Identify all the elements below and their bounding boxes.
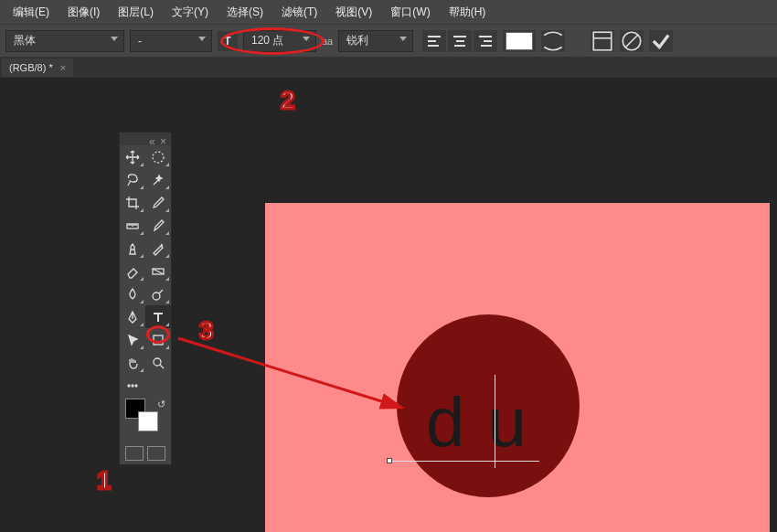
align-center-button[interactable]: [448, 30, 472, 52]
gradient-tool[interactable]: [145, 260, 171, 282]
svg-rect-0: [594, 32, 612, 50]
menu-help[interactable]: 帮助(H): [440, 1, 495, 24]
document-tab[interactable]: (RGB/8) * ×: [2, 59, 73, 77]
chevron-down-icon: [198, 37, 206, 41]
quick-mask-row: [120, 442, 171, 464]
crop-tool[interactable]: [120, 191, 145, 214]
lasso-tool[interactable]: [120, 168, 145, 191]
screen-mode-button[interactable]: [147, 446, 165, 461]
brush-tool[interactable]: [145, 214, 171, 237]
cancel-button[interactable]: [620, 30, 644, 52]
history-brush-tool[interactable]: [145, 237, 171, 260]
font-style-select[interactable]: -: [130, 30, 212, 52]
menu-window[interactable]: 窗口(W): [381, 1, 439, 24]
antialias-select[interactable]: 锐利: [338, 30, 413, 52]
text-handle[interactable]: [387, 458, 392, 463]
font-family-select[interactable]: 黑体: [5, 30, 124, 52]
work-area: « ×: [0, 79, 777, 532]
menu-edit[interactable]: 编辑(E): [4, 1, 59, 24]
tools-panel: « ×: [119, 132, 172, 465]
standard-mode-button[interactable]: [125, 446, 144, 461]
cancel-icon: [620, 29, 644, 53]
menu-layer[interactable]: 图层(L): [109, 1, 163, 24]
annotation-1: 1: [97, 466, 112, 495]
menu-bar: 编辑(E) 图像(I) 图层(L) 文字(Y) 选择(S) 滤镜(T) 视图(V…: [0, 0, 777, 24]
close-icon[interactable]: ×: [60, 62, 66, 73]
annotation-3: 3: [199, 316, 214, 346]
panel-icon: [591, 29, 614, 53]
tools-panel-header: « ×: [120, 133, 171, 145]
chevron-down-icon: [111, 37, 118, 41]
chevron-down-icon: [399, 37, 407, 41]
move-tool[interactable]: [120, 145, 145, 168]
swap-colors-icon[interactable]: ↺: [157, 399, 165, 410]
text-color-button[interactable]: [503, 30, 536, 52]
marquee-tool[interactable]: [145, 145, 171, 168]
pen-tool[interactable]: [120, 305, 145, 328]
shape-tool[interactable]: [145, 328, 171, 351]
warp-text-button[interactable]: [541, 30, 565, 52]
svg-point-11: [132, 385, 133, 387]
document-tab-bar: (RGB/8) * ×: [0, 57, 777, 79]
svg-point-9: [154, 358, 161, 366]
path-select-tool[interactable]: [120, 328, 145, 351]
panel-toggle-button[interactable]: [591, 30, 614, 52]
warp-icon: [541, 29, 565, 53]
close-icon[interactable]: ×: [160, 135, 167, 143]
edit-toolbar[interactable]: [145, 374, 171, 397]
font-family-value: 黑体: [14, 33, 36, 48]
font-style-value: -: [138, 35, 142, 48]
zoom-tool[interactable]: [145, 351, 171, 374]
magic-wand-tool[interactable]: [145, 168, 171, 191]
text-size-icon: T: [218, 31, 238, 51]
check-icon: [649, 29, 673, 53]
menu-filter[interactable]: 滤镜(T): [272, 1, 326, 24]
menu-image[interactable]: 图像(I): [59, 1, 109, 24]
svg-point-4: [153, 152, 164, 163]
commit-button[interactable]: [649, 30, 673, 52]
color-swatch: [506, 32, 533, 50]
dodge-tool[interactable]: [145, 282, 171, 305]
hand-tool[interactable]: [120, 351, 145, 374]
background-color[interactable]: [138, 411, 158, 431]
align-group: [422, 30, 497, 52]
svg-point-7: [153, 293, 160, 300]
svg-point-10: [128, 385, 130, 387]
svg-point-12: [135, 385, 137, 387]
menu-select[interactable]: 选择(S): [218, 1, 272, 24]
tab-title: (RGB/8) *: [9, 62, 53, 73]
menu-view[interactable]: 视图(V): [326, 1, 381, 24]
font-size-value: 120 点: [251, 33, 283, 48]
font-size-select[interactable]: 120 点: [243, 30, 316, 52]
more-tool[interactable]: [120, 374, 145, 397]
text-baseline: [389, 461, 539, 462]
menu-type[interactable]: 文字(Y): [163, 1, 218, 24]
ruler-tool[interactable]: [120, 214, 145, 237]
chevron-down-icon: [303, 37, 310, 41]
eraser-tool[interactable]: [120, 260, 145, 282]
color-swatches: ↺: [120, 397, 171, 442]
text-layer[interactable]: d u: [426, 382, 528, 462]
svg-line-3: [626, 35, 638, 47]
blur-tool[interactable]: [120, 282, 145, 305]
antialias-value: 锐利: [346, 33, 368, 48]
eyedropper-tool[interactable]: [145, 191, 171, 214]
collapse-icon[interactable]: «: [149, 135, 156, 143]
align-right-button[interactable]: [474, 30, 497, 52]
antialias-label: aa: [322, 36, 333, 47]
type-tool[interactable]: [145, 305, 171, 328]
svg-rect-8: [154, 335, 163, 345]
options-bar: 黑体 - T 120 点 aa 锐利: [0, 24, 777, 57]
text-cursor: [495, 375, 495, 468]
canvas[interactable]: d u: [265, 203, 770, 532]
clone-tool[interactable]: [120, 237, 145, 260]
align-left-button[interactable]: [422, 30, 446, 52]
